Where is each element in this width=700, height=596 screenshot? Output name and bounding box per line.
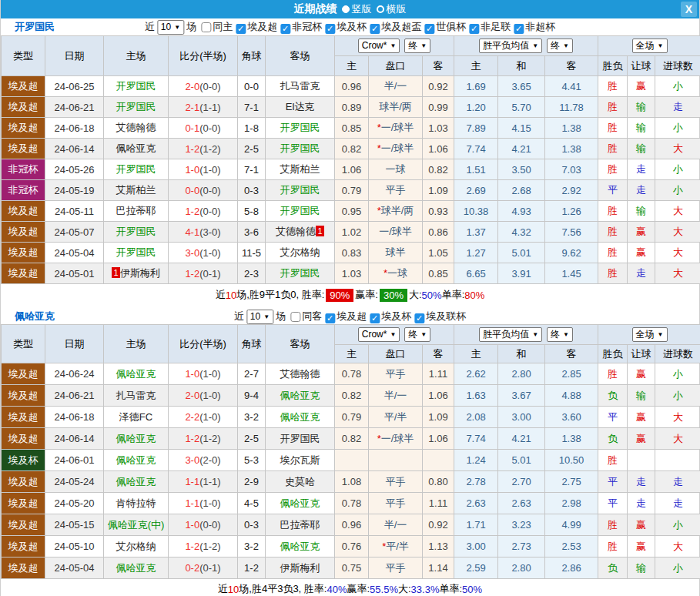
away-team: 艾德翰德1 — [266, 222, 335, 243]
home-team-name: 佩哈亚克 — [116, 454, 156, 466]
sub-col-header: 让球 — [628, 345, 655, 363]
result-handicap: 赢 — [628, 428, 655, 450]
away-team: 史莫哈 — [266, 471, 335, 493]
home-team-name: 佩哈亚克 — [116, 562, 156, 574]
result-outcome: 平 — [598, 180, 628, 201]
home-team: 佩哈亚克 — [104, 557, 169, 579]
away-team: 开罗国民 — [266, 118, 335, 139]
score: 3-0(1-0) — [169, 243, 238, 263]
home-team: 艾德翰德 — [104, 118, 169, 139]
home-odds: 0.79 — [335, 407, 369, 428]
vertical-radio[interactable] — [342, 5, 350, 13]
avg-win: 2.59 — [454, 557, 498, 579]
avg-draw: 4.21 — [498, 139, 545, 159]
match-date: 24-05-26 — [45, 159, 104, 180]
chevron-down-icon: ▼ — [532, 42, 538, 49]
same-venue-checkbox[interactable] — [201, 22, 211, 32]
handicap: 半/一 — [369, 385, 423, 407]
avg-select[interactable]: 胜平负均值▼ — [479, 327, 542, 342]
away-team: 佩哈亚克 — [266, 493, 335, 514]
scope-select[interactable]: 全场▼ — [632, 327, 668, 342]
vertical-radio-label[interactable]: 竖版 — [352, 2, 372, 16]
summary-line: 近10场,胜4平3负3, 胜率:40% 赢率:55.5% 大:33.3% 单率:… — [1, 579, 699, 596]
horizontal-radio[interactable] — [377, 5, 384, 13]
close-icon[interactable]: X — [681, 2, 697, 17]
league-checkbox[interactable]: ✓ — [469, 24, 479, 34]
away-team-name: 佩哈亚克 — [280, 497, 320, 509]
summary-segment: 近 — [216, 288, 226, 302]
handicap: 球半 — [369, 243, 423, 263]
col-header: 角球 — [238, 36, 266, 76]
match-date: 24-05-07 — [45, 222, 104, 243]
league-filter: ✓埃及超盃 — [367, 21, 421, 32]
handicap: 平手 — [369, 471, 423, 493]
horizontal-radio-label[interactable]: 横版 — [387, 2, 407, 16]
summary-segment: 10 — [226, 290, 236, 301]
sub-col-header: 和 — [498, 345, 545, 363]
result-handicap: 输 — [628, 385, 655, 407]
league-checkbox[interactable]: ✓ — [236, 24, 246, 34]
away-odds: 1.11 — [423, 363, 454, 385]
match-count-select[interactable]: 10▼ — [246, 310, 273, 324]
result-goals: 小 — [655, 363, 700, 385]
avg-final-select[interactable]: 终▼ — [547, 327, 573, 342]
summary-segment: 单率: — [442, 288, 465, 302]
handicap-text: 球半 — [386, 246, 406, 258]
league-checkbox[interactable]: ✓ — [414, 313, 424, 323]
avg-final-select[interactable]: 终▼ — [547, 39, 573, 53]
score: 1-2(1-2) — [169, 139, 238, 159]
result-goals: 走 — [655, 97, 700, 118]
league-checkbox[interactable]: ✓ — [370, 24, 380, 34]
result-handicap: 赢 — [628, 243, 655, 263]
score: 1-2(1-2) — [169, 428, 238, 450]
team-filter-row: 佩哈亚克 近 10▼ 场 同客 ✓埃及超✓埃及杯✓埃及联杯 — [1, 309, 699, 324]
match-date: 24-06-21 — [45, 385, 104, 407]
col-header: 类型 — [2, 325, 45, 363]
handicap-text: 一球 — [386, 163, 406, 175]
odds-company-select[interactable]: Crow*▼ — [358, 39, 400, 53]
avg-final-select-value: 终 — [551, 328, 560, 341]
result-handicap: 输 — [628, 557, 655, 579]
filter-suffix-label: 场 — [276, 310, 286, 323]
avg-draw: 4.93 — [498, 201, 545, 222]
result-handicap: 走 — [628, 180, 655, 201]
avg-lose: 1.38 — [545, 139, 598, 159]
league-label: 世俱杯 — [436, 21, 466, 32]
handicap-text: 平手 — [386, 497, 406, 509]
score: 1-0(1-0) — [169, 159, 238, 180]
avg-final-select-value: 终 — [551, 39, 560, 52]
avg-win: 1.69 — [454, 76, 498, 97]
odds-company-select[interactable]: Crow*▼ — [358, 327, 400, 342]
avg-select[interactable]: 胜平负均值▼ — [479, 39, 542, 53]
odds-company-select-value: Crow* — [362, 40, 387, 51]
home-odds: 1.08 — [335, 471, 369, 493]
league-checkbox[interactable]: ✓ — [370, 313, 380, 323]
fulltime-score: 2-1 — [185, 102, 199, 113]
league-checkbox[interactable]: ✓ — [325, 313, 335, 323]
result-handicap: 输 — [628, 139, 655, 159]
away-odds — [423, 450, 454, 471]
league-checkbox[interactable]: ✓ — [514, 24, 524, 34]
match-count-select[interactable]: 10▼ — [157, 20, 184, 35]
league-checkbox[interactable]: ✓ — [325, 24, 335, 34]
home-odds: 0.82 — [335, 139, 369, 159]
avg-win: 1.27 — [454, 243, 498, 263]
sub-col-header: 客 — [545, 56, 598, 76]
home-team: 佩哈亚克 — [104, 450, 169, 471]
fulltime-score: 1-2 — [185, 268, 199, 280]
home-odds: 0.79 — [335, 180, 369, 201]
league-label: 埃及联杯 — [426, 310, 466, 322]
avg-win: 1.71 — [454, 514, 498, 536]
odds-final-select[interactable]: 终▼ — [404, 39, 430, 53]
scope-select[interactable]: 全场▼ — [632, 39, 668, 53]
avg-win: 1.37 — [454, 222, 498, 243]
same-venue-checkbox[interactable] — [290, 312, 300, 322]
odds-final-select[interactable]: 终▼ — [404, 327, 430, 342]
score: 0-0(0-0) — [169, 180, 238, 201]
away-odds: 1.06 — [423, 428, 454, 450]
handicap: *平/半 — [369, 536, 423, 557]
league-checkbox[interactable]: ✓ — [424, 24, 434, 34]
league-checkbox[interactable]: ✓ — [280, 24, 290, 34]
handicap-text: 平手 — [386, 562, 406, 574]
table-row: 埃及超24-05-04开罗国民3-0(1-0)11-5艾尔格纳0.83球半1.0… — [2, 243, 700, 263]
